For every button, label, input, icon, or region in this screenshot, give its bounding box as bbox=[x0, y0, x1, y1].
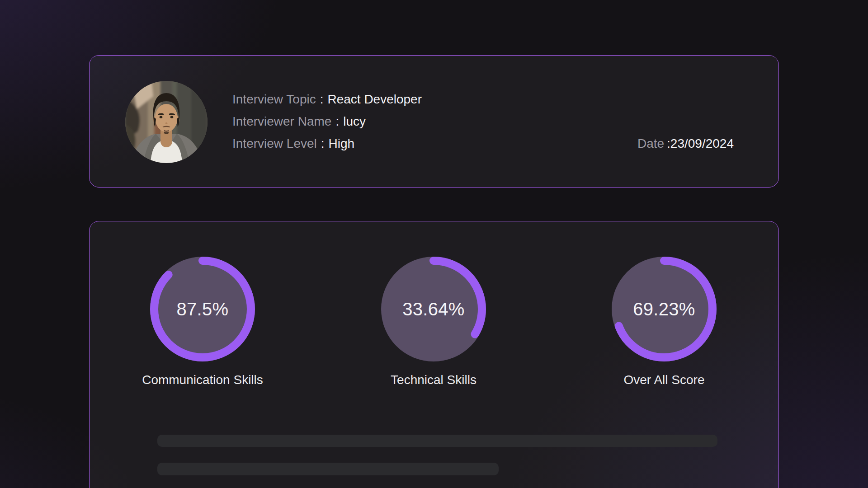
progress-ring: 33.64% bbox=[379, 255, 488, 363]
avatar bbox=[125, 81, 208, 163]
ring-label: Communication Skills bbox=[135, 373, 270, 387]
skeleton-bar bbox=[157, 463, 499, 475]
separator: : bbox=[335, 114, 339, 128]
info-row-interviewer-name: Interviewer Name:lucy bbox=[232, 110, 422, 132]
ring-label: Technical Skills bbox=[366, 373, 501, 387]
overall-score-ring: 69.23% Over All Score bbox=[596, 255, 732, 387]
interview-level-label: Interview Level bbox=[232, 136, 317, 150]
avatar-photo bbox=[125, 81, 208, 163]
separator: : bbox=[320, 92, 324, 106]
ring-percent-value: 69.23% bbox=[610, 255, 718, 363]
interview-topic-label: Interview Topic bbox=[232, 92, 316, 106]
info-row-interview-topic: Interview Topic:React Developer bbox=[232, 88, 422, 110]
interview-feedback-page: { "colors": { "accent_border": "#a85cf0"… bbox=[0, 0, 868, 488]
skeleton-bar bbox=[157, 435, 717, 447]
date-label: Date bbox=[637, 136, 664, 150]
profile-card: Interview Topic:React Developer Intervie… bbox=[89, 55, 779, 188]
interview-info: Interview Topic:React Developer Intervie… bbox=[232, 88, 422, 155]
interviewer-name-label: Interviewer Name bbox=[232, 114, 331, 128]
score-card: 87.5% Communication Skills 33.64% Techni… bbox=[89, 221, 779, 488]
ring-percent-value: 33.64% bbox=[379, 255, 488, 363]
info-row-interview-level: Interview Level:High bbox=[232, 132, 422, 155]
progress-ring: 87.5% bbox=[148, 255, 257, 363]
interviewer-name-value: lucy bbox=[343, 114, 366, 128]
interview-level-value: High bbox=[329, 136, 355, 150]
ring-label: Over All Score bbox=[596, 373, 732, 387]
technical-skills-ring: 33.64% Technical Skills bbox=[366, 255, 501, 387]
date-value: :23/09/2024 bbox=[667, 136, 734, 150]
ring-percent-value: 87.5% bbox=[148, 255, 257, 363]
separator: : bbox=[321, 136, 325, 150]
interview-topic-value: React Developer bbox=[327, 92, 422, 106]
interview-date: Date:23/09/2024 bbox=[637, 132, 734, 155]
communication-skills-ring: 87.5% Communication Skills bbox=[135, 255, 270, 387]
progress-ring: 69.23% bbox=[610, 255, 718, 363]
